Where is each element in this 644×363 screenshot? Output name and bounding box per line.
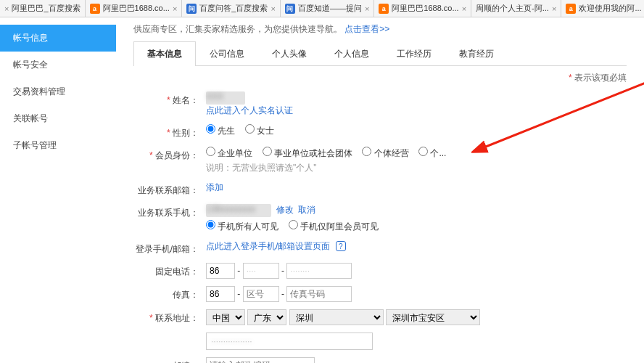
favicon-icon: a xyxy=(90,4,100,14)
close-icon[interactable]: × xyxy=(4,4,9,13)
gender-female[interactable]: 女士 xyxy=(245,126,274,136)
name-label: * 姓名： xyxy=(133,91,206,107)
tip-bar: 供应商专区，汇集卖家精选服务，为您提供快速导航。 点击查看>> xyxy=(133,23,627,36)
login-phone-label: 登录手机/邮箱： xyxy=(133,240,206,256)
browser-tab[interactable]: 周顺的个人主页-阿... × xyxy=(471,0,561,17)
district-select[interactable]: 深圳市宝安区 xyxy=(386,309,480,325)
nav-tab[interactable]: 工作经历 xyxy=(383,41,445,66)
tab-title: 百度问答_百度搜索 xyxy=(199,3,268,14)
nav-tabs: 基本信息公司信息个人头像个人信息工作经历教育经历 xyxy=(133,41,627,66)
fax-number-input[interactable] xyxy=(286,286,352,302)
biz-phone-label: 业务联系手机： xyxy=(133,204,206,219)
browser-tabs: × 阿里巴巴_百度搜索a 阿里巴巴1688.co... ×问 百度问答_百度搜索… xyxy=(0,0,644,17)
fax-area-input[interactable] xyxy=(243,286,279,302)
city-select[interactable]: 深圳 xyxy=(289,309,384,325)
member-hint: 说明：无营业执照请选"个人" xyxy=(206,162,627,174)
login-phone-link[interactable]: 点此进入登录手机/邮箱设置页面 xyxy=(206,241,330,251)
fax-label: 传真： xyxy=(133,286,206,301)
tab-title: 阿里巴巴1688.co... xyxy=(103,3,170,14)
sidebar: 帐号信息帐号安全交易资料管理关联帐号子帐号管理 xyxy=(0,17,116,363)
favicon-icon: a xyxy=(379,4,389,14)
member-opt-enterprise[interactable]: 企业单位 xyxy=(206,148,252,158)
phone-visibility-group: 手机所有人可见 手机仅阿里会员可见 xyxy=(206,220,627,233)
close-icon[interactable]: × xyxy=(365,4,369,13)
address-label: * 联系地址： xyxy=(133,309,206,325)
tab-title: 百度知道——提问 xyxy=(298,3,362,14)
browser-tab[interactable]: a 阿里巴巴1688.co... × xyxy=(374,0,471,17)
browser-tab[interactable]: a 阿里巴巴1688.co... × xyxy=(86,0,183,17)
real-name-auth-link[interactable]: 点此进入个人实名认证 xyxy=(206,105,293,115)
gender-label: * 性别： xyxy=(133,124,206,139)
tab-title: 周顺的个人主页-阿... xyxy=(476,3,549,14)
sidebar-item[interactable]: 帐号信息 xyxy=(0,25,116,52)
favicon-icon: 问 xyxy=(186,4,197,14)
tip-link[interactable]: 点击查看>> xyxy=(344,24,389,34)
browser-tab[interactable]: 问 百度知道——提问 × xyxy=(281,0,374,17)
biz-phone-edit-link[interactable]: 修改 xyxy=(276,205,294,215)
sidebar-item[interactable]: 交易资料管理 xyxy=(0,78,116,105)
member-label: * 会员身份： xyxy=(133,147,206,162)
tab-title: 阿里巴巴_百度搜索 xyxy=(12,3,80,14)
annotation-arrow xyxy=(471,68,644,163)
member-opt-institution[interactable]: 事业单位或社会团体 xyxy=(263,148,352,158)
sidebar-item[interactable]: 帐号安全 xyxy=(0,52,116,78)
province-select[interactable]: 广东 xyxy=(247,309,286,325)
landline-number-input[interactable] xyxy=(286,263,352,279)
biz-email-label: 业务联系邮箱： xyxy=(133,182,206,197)
nav-tab[interactable]: 公司信息 xyxy=(196,41,258,66)
biz-phone-cancel-link[interactable]: 取消 xyxy=(298,205,315,215)
nav-tab[interactable]: 个人信息 xyxy=(321,41,383,66)
main-panel: 供应商专区，汇集卖家精选服务，为您提供快速导航。 点击查看>> 基本信息公司信息… xyxy=(116,17,644,363)
browser-tab[interactable]: × 阿里巴巴_百度搜索 xyxy=(0,0,86,17)
sidebar-item[interactable]: 子帐号管理 xyxy=(0,132,116,159)
tab-title: 阿里巴巴1688.co... xyxy=(392,3,458,14)
landline-label: 固定电话： xyxy=(133,263,206,278)
svg-line-0 xyxy=(482,74,644,148)
phone-visible-ali[interactable]: 手机仅阿里会员可见 xyxy=(289,221,379,232)
biz-email-add-link[interactable]: 添加 xyxy=(206,182,223,192)
gender-male[interactable]: 先生 xyxy=(206,126,235,136)
nav-tab[interactable]: 基本信息 xyxy=(133,41,196,66)
favicon-icon: 问 xyxy=(285,4,295,14)
close-icon[interactable]: × xyxy=(462,4,466,13)
browser-tab[interactable]: 问 百度问答_百度搜索 × xyxy=(182,0,281,17)
nav-tab[interactable]: 教育经历 xyxy=(445,41,508,66)
favicon-icon: a xyxy=(566,4,576,14)
help-icon[interactable]: ? xyxy=(336,241,346,251)
address-detail-input[interactable]: ················· xyxy=(206,333,373,350)
landline-area-input[interactable] xyxy=(243,263,279,279)
member-opt-individual-biz[interactable]: 个体经营 xyxy=(362,148,408,158)
member-opt-personal[interactable]: 个... xyxy=(418,148,446,158)
nav-tab[interactable]: 个人头像 xyxy=(258,41,321,66)
close-icon[interactable]: × xyxy=(173,4,177,13)
close-icon[interactable]: × xyxy=(271,4,275,13)
browser-tab[interactable]: a 欢迎使用我的阿... × xyxy=(561,0,644,17)
fax-cc-input[interactable] xyxy=(206,286,235,302)
postcode-input[interactable] xyxy=(206,357,315,363)
postcode-label: 邮编： xyxy=(133,357,206,363)
sidebar-item[interactable]: 关联帐号 xyxy=(0,105,116,132)
biz-phone-value: 138xxxxxxxx xyxy=(206,204,271,217)
phone-visible-all[interactable]: 手机所有人可见 xyxy=(206,221,278,232)
tip-text: 供应商专区，汇集卖家精选服务，为您提供快速导航。 xyxy=(133,24,342,34)
country-select[interactable]: 中国 xyxy=(206,309,245,325)
landline-cc-input[interactable] xyxy=(206,263,235,279)
name-value: XXX xyxy=(206,91,245,105)
close-icon[interactable]: × xyxy=(552,4,556,13)
tab-title: 欢迎使用我的阿... xyxy=(579,3,641,14)
